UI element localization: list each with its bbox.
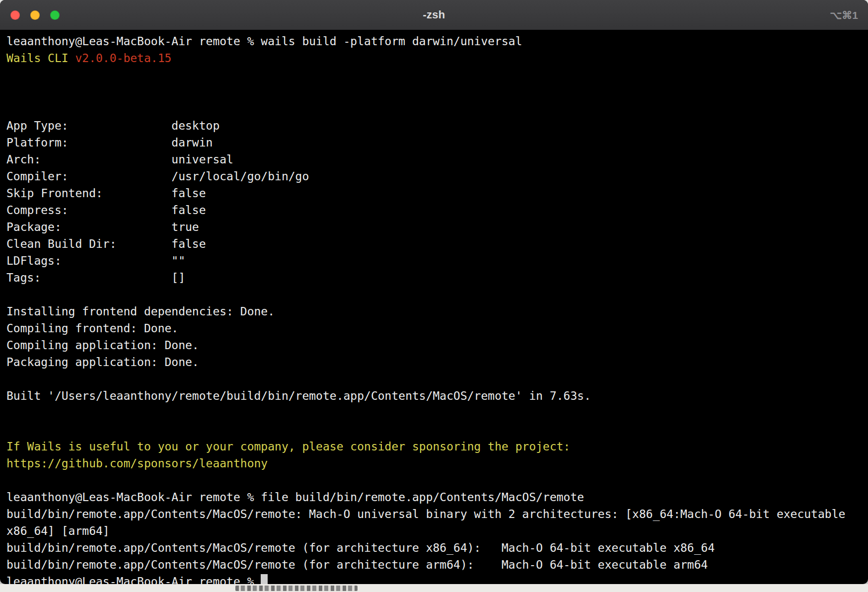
terminal-text-segment: Tags: [] bbox=[6, 271, 185, 284]
terminal-text-segment: Compiler: /usr/local/go/bin/go bbox=[6, 170, 309, 183]
terminal-text-segment: leaanthony@Leas-MacBook-Air remote % fil… bbox=[6, 491, 584, 504]
terminal-line bbox=[6, 421, 862, 438]
terminal-line bbox=[6, 472, 862, 489]
terminal-line: leaanthony@Leas-MacBook-Air remote % bbox=[6, 573, 862, 584]
terminal-window: -zsh ⌥⌘1 leaanthony@Leas-MacBook-Air rem… bbox=[0, 0, 868, 584]
terminal-line: Arch: universal bbox=[6, 151, 862, 168]
terminal-line: Package: true bbox=[6, 219, 862, 235]
terminal-line: build/bin/remote.app/Contents/MacOS/remo… bbox=[6, 506, 862, 539]
window-title: -zsh bbox=[423, 8, 445, 21]
window-titlebar[interactable]: -zsh ⌥⌘1 bbox=[0, 0, 868, 30]
window-shortcut-badge: ⌥⌘1 bbox=[830, 0, 858, 30]
terminal-line: https://github.com/sponsors/leaanthony bbox=[6, 455, 862, 472]
terminal-text-segment: leaanthony@Leas-MacBook-Air remote % bbox=[6, 575, 261, 584]
terminal-text-segment: build/bin/remote.app/Contents/MacOS/remo… bbox=[6, 558, 708, 571]
terminal-line: Compiler: /usr/local/go/bin/go bbox=[6, 168, 862, 185]
terminal-text-segment: leaanthony@Leas-MacBook-Air remote % wai… bbox=[6, 35, 522, 48]
traffic-lights bbox=[10, 10, 60, 20]
close-button[interactable] bbox=[10, 10, 20, 20]
terminal-line: build/bin/remote.app/Contents/MacOS/remo… bbox=[6, 539, 862, 556]
terminal-line bbox=[6, 286, 862, 303]
terminal-text-segment: Compiling application: Done. bbox=[6, 339, 199, 352]
terminal-line: Installing frontend dependencies: Done. bbox=[6, 303, 862, 320]
terminal-text-segment: build/bin/remote.app/Contents/MacOS/remo… bbox=[6, 541, 715, 554]
terminal-line: Built '/Users/leaanthony/remote/build/bi… bbox=[6, 387, 862, 404]
desktop-background-sliver bbox=[0, 584, 868, 592]
terminal-line bbox=[6, 83, 862, 100]
terminal-line: Platform: darwin bbox=[6, 134, 862, 151]
background-window-artifact bbox=[235, 586, 358, 591]
terminal-line bbox=[6, 404, 862, 421]
terminal-text-segment: Compiling frontend: Done. bbox=[6, 322, 178, 335]
terminal-line bbox=[6, 370, 862, 387]
terminal-line: Clean Build Dir: false bbox=[6, 235, 862, 252]
terminal-text-segment: App Type: desktop bbox=[6, 119, 219, 132]
minimize-button[interactable] bbox=[30, 10, 40, 20]
terminal-line: Compress: false bbox=[6, 202, 862, 219]
terminal-text-segment: Installing frontend dependencies: Done. bbox=[6, 305, 275, 318]
terminal-line: If Wails is useful to you or your compan… bbox=[6, 438, 862, 455]
terminal-text-segment: Clean Build Dir: false bbox=[6, 237, 206, 250]
terminal-screen[interactable]: leaanthony@Leas-MacBook-Air remote % wai… bbox=[0, 30, 868, 584]
terminal-text-segment: v2.0.0-beta.15 bbox=[75, 52, 171, 65]
terminal-line: Compiling frontend: Done. bbox=[6, 320, 862, 337]
zoom-button[interactable] bbox=[50, 10, 60, 20]
terminal-text-segment: build/bin/remote.app/Contents/MacOS/remo… bbox=[6, 508, 852, 537]
terminal-text-segment: Arch: universal bbox=[6, 153, 233, 166]
terminal-cursor bbox=[261, 574, 268, 584]
terminal-line: LDFlags: "" bbox=[6, 252, 862, 269]
terminal-line: Packaging application: Done. bbox=[6, 354, 862, 370]
terminal-text-segment: Built '/Users/leaanthony/remote/build/bi… bbox=[6, 389, 591, 402]
terminal-text-segment: LDFlags: "" bbox=[6, 254, 185, 267]
terminal-line: Tags: [] bbox=[6, 269, 862, 286]
terminal-text-segment: Skip Frontend: false bbox=[6, 187, 206, 200]
terminal-text-segment: https://github.com/sponsors/leaanthony bbox=[6, 457, 268, 470]
terminal-line: App Type: desktop bbox=[6, 117, 862, 134]
terminal-line: Wails CLI v2.0.0-beta.15 bbox=[6, 50, 862, 67]
terminal-line bbox=[6, 67, 862, 83]
terminal-line: Skip Frontend: false bbox=[6, 185, 862, 202]
terminal-text-segment: If Wails is useful to you or your compan… bbox=[6, 440, 570, 453]
terminal-line: Compiling application: Done. bbox=[6, 337, 862, 354]
terminal-line: leaanthony@Leas-MacBook-Air remote % wai… bbox=[6, 33, 862, 50]
terminal-line: leaanthony@Leas-MacBook-Air remote % fil… bbox=[6, 489, 862, 506]
terminal-line: build/bin/remote.app/Contents/MacOS/remo… bbox=[6, 556, 862, 573]
terminal-text-segment: Compress: false bbox=[6, 204, 206, 217]
terminal-text-segment: Wails CLI bbox=[6, 52, 75, 65]
terminal-text-segment: Packaging application: Done. bbox=[6, 356, 199, 369]
terminal-text-segment: Platform: darwin bbox=[6, 136, 213, 149]
terminal-text-segment: Package: true bbox=[6, 221, 199, 233]
terminal-line bbox=[6, 100, 862, 117]
